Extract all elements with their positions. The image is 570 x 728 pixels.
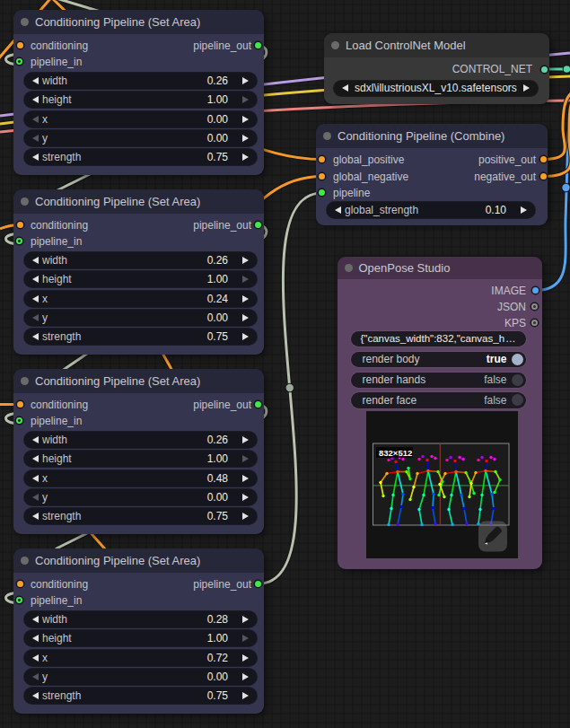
svg-text:832×512: 832×512 bbox=[379, 447, 412, 457]
